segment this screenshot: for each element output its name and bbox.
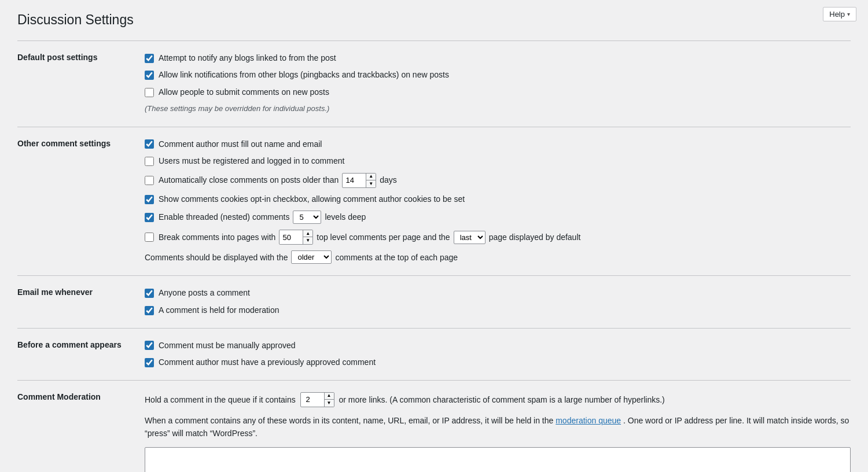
- auto-close-up-btn[interactable]: ▲: [366, 174, 376, 180]
- checkbox-break-pages: Break comments into pages with ▲ ▼ top l…: [145, 230, 851, 245]
- checkbox-author-fill: Comment author must fill out name and em…: [145, 139, 851, 150]
- section-content-other-comment: Comment author must fill out name and em…: [145, 127, 851, 276]
- checkbox-author-fill-label: Comment author must fill out name and em…: [159, 139, 322, 150]
- comments-display-label-before: Comments should be displayed with the: [145, 253, 288, 262]
- hold-text-after: or more links. (A common characteristic …: [339, 394, 664, 404]
- checkbox-threaded-label: Enable threaded (nested) comments 123456…: [159, 211, 366, 224]
- checkbox-anyone-posts-input[interactable]: [145, 289, 154, 298]
- section-label-before-comment: Before a comment appears: [17, 328, 145, 380]
- checkbox-pingbacks-input[interactable]: [145, 71, 154, 80]
- checkbox-registered: Users must be registered and logged in t…: [145, 156, 851, 167]
- auto-close-label-before: Automatically close comments on posts ol…: [159, 175, 339, 186]
- comments-display-select[interactable]: older newer: [291, 250, 332, 264]
- hold-down-btn[interactable]: ▼: [325, 400, 334, 407]
- break-pages-spinner: ▲ ▼: [279, 230, 313, 245]
- comments-display-label-after: comments at the top of each page: [335, 253, 458, 262]
- checkbox-notify-blogs-input[interactable]: [145, 54, 154, 63]
- checkbox-anyone-posts-label: Anyone posts a comment: [159, 287, 250, 299]
- checkbox-prev-approved: Comment author must have a previously ap…: [145, 357, 851, 368]
- checkbox-break-pages-label: Break comments into pages with ▲ ▼ top l…: [159, 230, 580, 245]
- section-comment-moderation: Comment Moderation Hold a comment in the…: [17, 380, 851, 472]
- break-pages-count-input[interactable]: [279, 231, 303, 244]
- section-label-other-comment: Other comment settings: [17, 127, 145, 276]
- checkbox-held-moderation: A comment is held for moderation: [145, 305, 851, 316]
- checkbox-cookies-label: Show comments cookies opt-in checkbox, a…: [159, 194, 465, 205]
- checkbox-auto-close-input[interactable]: [145, 176, 154, 185]
- checkbox-registered-input[interactable]: [145, 157, 154, 166]
- checkbox-notify-blogs: Attempt to notify any blogs linked to fr…: [145, 53, 851, 64]
- hold-up-btn[interactable]: ▲: [325, 393, 334, 400]
- checkbox-threaded-input[interactable]: [145, 213, 154, 222]
- checkbox-held-moderation-input[interactable]: [145, 306, 154, 315]
- checkbox-allow-comments-label: Allow people to submit comments on new p…: [159, 87, 329, 98]
- section-content-comment-moderation: Hold a comment in the queue if it contai…: [145, 380, 851, 472]
- hold-links-input[interactable]: [301, 393, 324, 405]
- checkbox-manual-approve-label: Comment must be manually approved: [159, 340, 296, 352]
- checkbox-manual-approve-input[interactable]: [145, 341, 154, 350]
- checkbox-prev-approved-label: Comment author must have a previously ap…: [159, 357, 376, 368]
- checkbox-auto-close: Automatically close comments on posts ol…: [145, 173, 851, 188]
- checkbox-notify-blogs-label: Attempt to notify any blogs linked to fr…: [159, 53, 336, 64]
- checkbox-cookies-input[interactable]: [145, 195, 154, 204]
- checkbox-manual-approve: Comment must be manually approved: [145, 340, 851, 352]
- break-pages-spinner-btns: ▲ ▼: [303, 230, 312, 244]
- break-pages-label-after: page displayed by default: [489, 232, 581, 244]
- checkbox-prev-approved-input[interactable]: [145, 358, 154, 367]
- section-content-default-post: Attempt to notify any blogs linked to fr…: [145, 40, 851, 127]
- settings-table: Default post settings Attempt to notify …: [17, 40, 851, 472]
- break-pages-up-btn[interactable]: ▲: [303, 230, 312, 237]
- hold-text-before: Hold a comment in the queue if it contai…: [145, 394, 296, 404]
- break-pages-label-before: Break comments into pages with: [159, 232, 275, 244]
- break-pages-order-select[interactable]: last first: [454, 231, 486, 244]
- section-content-email-whenever: Anyone posts a comment A comment is held…: [145, 276, 851, 328]
- checkbox-break-pages-input[interactable]: [145, 233, 154, 242]
- checkbox-held-moderation-label: A comment is held for moderation: [159, 305, 279, 316]
- auto-close-spinner-btns: ▲ ▼: [366, 174, 376, 187]
- checkbox-pingbacks: Allow link notifications from other blog…: [145, 69, 851, 81]
- checkbox-author-fill-input[interactable]: [145, 139, 154, 149]
- hold-spinner: ▲ ▼: [300, 392, 334, 407]
- auto-close-label-after: days: [380, 175, 397, 186]
- threaded-label-before: Enable threaded (nested) comments: [159, 212, 289, 223]
- section-default-post: Default post settings Attempt to notify …: [17, 40, 851, 127]
- checkbox-registered-label: Users must be registered and logged in t…: [159, 156, 344, 167]
- hold-queue-text: Hold a comment in the queue if it contai…: [145, 392, 851, 407]
- section-before-comment: Before a comment appears Comment must be…: [17, 328, 851, 380]
- section-label-email-whenever: Email me whenever: [17, 276, 145, 328]
- chevron-down-icon: ▾: [847, 11, 850, 17]
- checkbox-auto-close-label: Automatically close comments on posts ol…: [159, 173, 397, 188]
- section-other-comment: Other comment settings Comment author mu…: [17, 127, 851, 276]
- default-post-note: (These settings may be overridden for in…: [145, 104, 851, 113]
- checkbox-threaded: Enable threaded (nested) comments 123456…: [145, 211, 851, 224]
- section-content-before-comment: Comment must be manually approved Commen…: [145, 328, 851, 380]
- moderation-queue-text: When a comment contains any of these wor…: [145, 414, 851, 440]
- section-label-comment-moderation: Comment Moderation: [17, 380, 145, 472]
- auto-close-days-input[interactable]: [343, 174, 366, 186]
- checkbox-cookies: Show comments cookies opt-in checkbox, a…: [145, 194, 851, 205]
- section-label-default-post: Default post settings: [17, 40, 145, 127]
- moderation-queue-link[interactable]: moderation queue: [556, 416, 621, 425]
- page-title: Discussion Settings: [17, 12, 851, 29]
- threaded-label-after: levels deep: [325, 212, 366, 223]
- auto-close-spinner: ▲ ▼: [342, 173, 376, 188]
- section-email-whenever: Email me whenever Anyone posts a comment…: [17, 276, 851, 328]
- hold-value-spinner: ▲ ▼: [300, 392, 334, 407]
- page-wrapper: Help ▾ Discussion Settings Default post …: [0, 0, 868, 472]
- comments-display-row: Comments should be displayed with the ol…: [145, 250, 851, 264]
- moderation-words-textarea[interactable]: [145, 447, 851, 472]
- checkbox-pingbacks-label: Allow link notifications from other blog…: [159, 69, 449, 81]
- threaded-depth-select[interactable]: 12345678910: [293, 211, 321, 224]
- break-pages-label-middle: top level comments per page and the: [317, 232, 450, 244]
- hold-spinner-btns: ▲ ▼: [324, 393, 334, 407]
- help-label: Help: [829, 10, 845, 19]
- help-button[interactable]: Help ▾: [823, 7, 856, 21]
- break-pages-down-btn[interactable]: ▼: [303, 237, 312, 244]
- auto-close-down-btn[interactable]: ▼: [366, 180, 376, 187]
- moderation-text-before: When a comment contains any of these wor…: [145, 416, 553, 425]
- checkbox-allow-comments-input[interactable]: [145, 88, 154, 97]
- checkbox-anyone-posts: Anyone posts a comment: [145, 287, 851, 299]
- checkbox-allow-comments: Allow people to submit comments on new p…: [145, 87, 851, 98]
